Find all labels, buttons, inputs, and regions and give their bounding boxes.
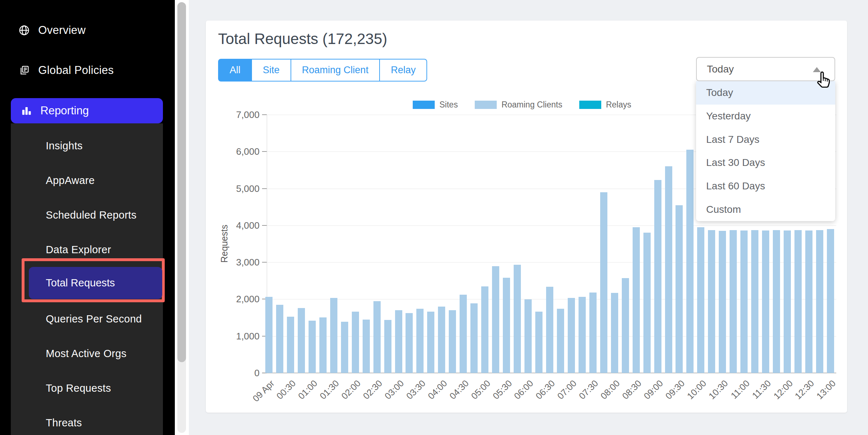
bar — [589, 293, 597, 373]
bar — [319, 317, 327, 373]
x-tick-label: 09 Apr — [251, 378, 276, 404]
x-tick-label: 04:00 — [426, 378, 449, 401]
menu-option-last-60-days[interactable]: Last 60 Days — [696, 175, 835, 198]
x-tick-label: 04:30 — [447, 378, 471, 401]
sidebar-item-insights[interactable]: Insights — [46, 139, 83, 153]
sidebar-item-appaware[interactable]: AppAware — [46, 173, 95, 188]
sidebar-item-threats[interactable]: Threats — [46, 416, 82, 430]
x-tick-label: 11:30 — [750, 378, 773, 401]
bar — [330, 298, 337, 373]
x-tick-label: 10:30 — [707, 378, 730, 401]
bar — [773, 230, 780, 373]
tab-all[interactable]: All — [218, 59, 252, 82]
bar — [719, 231, 726, 373]
bar — [352, 312, 359, 373]
sidebar-item-reporting[interactable]: Reporting — [11, 98, 163, 123]
x-tick-label: 06:00 — [512, 378, 536, 401]
x-tick-label: 05:30 — [491, 378, 514, 401]
bar-chart-icon — [20, 105, 32, 117]
y-tick-label: 6,000 — [195, 146, 260, 157]
bar — [470, 303, 478, 373]
date-range-value: Today — [707, 63, 734, 75]
x-tick-label: 10:00 — [685, 378, 708, 401]
bar — [406, 313, 413, 373]
x-tick-label: 12:00 — [771, 378, 795, 401]
sidebar-item-top-requests[interactable]: Top Requests — [46, 381, 111, 395]
sidebar-item-data-explorer[interactable]: Data Explorer — [46, 242, 111, 257]
sidebar-item-scheduled-reports[interactable]: Scheduled Reports — [46, 208, 137, 222]
bar — [622, 278, 629, 373]
tab-site[interactable]: Site — [252, 59, 291, 82]
sidebar: OverviewGlobal Policies Reporting Insigh… — [0, 0, 175, 435]
y-tick-label: 7,000 — [195, 109, 260, 120]
menu-option-yesterday[interactable]: Yesterday — [696, 105, 835, 128]
bar — [579, 297, 586, 373]
bar — [827, 229, 834, 373]
sidebar-item-most-active-orgs[interactable]: Most Active Orgs — [46, 346, 127, 361]
sidebar-item-label: Reporting — [40, 104, 89, 117]
bar — [762, 230, 769, 373]
y-tick-label: 2,000 — [195, 294, 260, 304]
legend-swatch-roaming-clients — [475, 101, 497, 109]
bar — [686, 150, 694, 373]
date-range-menu: TodayYesterdayLast 7 DaysLast 30 DaysLas… — [696, 81, 835, 221]
sidebar-item-label: Overview — [38, 24, 86, 37]
sidebar-item-label: Global Policies — [38, 64, 114, 77]
bar — [633, 227, 640, 373]
y-tick-label: 0 — [195, 368, 260, 378]
sidebar-item-queries-per-second[interactable]: Queries Per Second — [46, 312, 142, 326]
tab-relay[interactable]: Relay — [380, 59, 427, 82]
x-tick-label: 05:00 — [469, 378, 492, 401]
menu-option-today[interactable]: Today — [696, 81, 835, 105]
bar — [816, 230, 823, 373]
x-tick-label: 02:00 — [339, 378, 363, 401]
chart-legend: SitesRoaming ClientsRelays — [413, 100, 648, 110]
menu-option-last-30-days[interactable]: Last 30 Days — [696, 151, 835, 175]
tab-roaming-client[interactable]: Roaming Client — [291, 59, 380, 82]
x-tick-label: 08:00 — [598, 378, 622, 401]
bar — [481, 286, 488, 373]
bar — [805, 230, 812, 373]
bar — [384, 320, 391, 373]
bar — [546, 287, 553, 373]
bar — [676, 205, 683, 373]
bar — [503, 278, 510, 373]
x-tick-label: 09:00 — [642, 378, 665, 401]
x-tick-label: 00:30 — [275, 378, 298, 401]
sidebar-item-global-policies[interactable]: Global Policies — [0, 58, 175, 83]
bar — [416, 309, 424, 373]
menu-option-custom[interactable]: Custom — [696, 198, 835, 221]
bar — [363, 320, 370, 373]
x-tick-label: 02:30 — [361, 378, 384, 401]
bar — [438, 307, 445, 373]
globe-icon — [18, 24, 30, 36]
bar — [373, 301, 381, 373]
bar — [751, 230, 758, 373]
legend-label: Sites — [439, 100, 458, 110]
bar — [568, 298, 575, 373]
bar — [265, 297, 273, 373]
bar — [309, 321, 316, 373]
bar — [492, 266, 499, 373]
x-tick-label: 07:30 — [577, 378, 601, 401]
x-tick-label: 09:30 — [663, 378, 687, 401]
y-tick — [262, 114, 267, 115]
sidebar-item-total-requests[interactable]: Total Requests — [29, 267, 162, 299]
bar — [611, 293, 618, 373]
bar — [730, 230, 737, 373]
legend-label: Relays — [606, 100, 631, 110]
bar — [557, 309, 564, 373]
filter-tabs: AllSiteRoaming ClientRelay — [218, 59, 427, 82]
sidebar-item-overview[interactable]: Overview — [0, 18, 175, 43]
y-tick — [262, 262, 267, 263]
x-tick-label: 01:30 — [318, 378, 341, 401]
bar — [524, 299, 532, 373]
menu-option-last-7-days[interactable]: Last 7 Days — [696, 128, 835, 151]
bar — [654, 180, 661, 373]
y-tick-label: 5,000 — [195, 183, 260, 194]
bar — [460, 295, 467, 373]
x-tick-label: 06:30 — [534, 378, 557, 401]
bar — [427, 312, 434, 373]
bar — [395, 310, 402, 373]
date-range-select[interactable]: Today — [696, 57, 835, 81]
